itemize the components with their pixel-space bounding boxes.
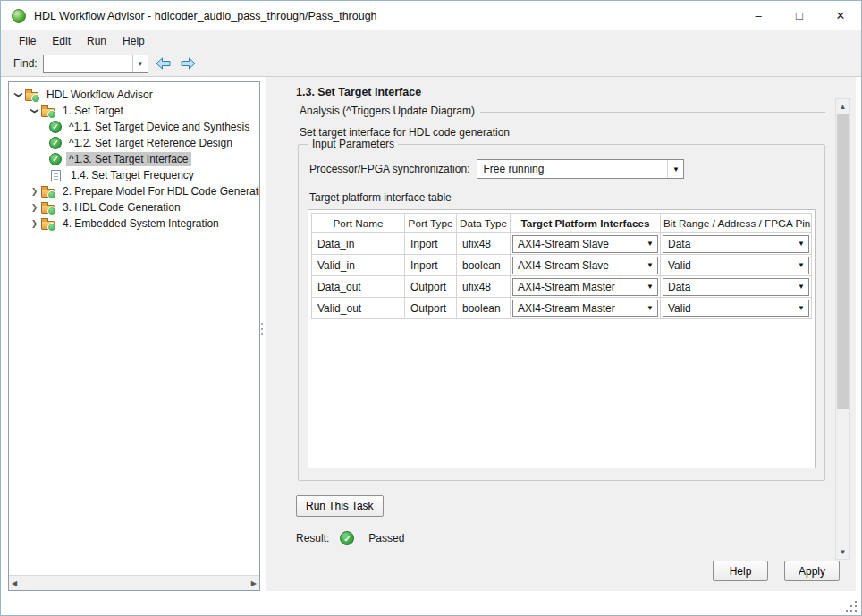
result-label: Result: <box>296 532 329 544</box>
col-data-type: Data Type <box>457 214 511 233</box>
dropdown-arrow-icon[interactable]: ▼ <box>643 261 657 269</box>
interface-dropdown[interactable]: AXI4-Stream Slave▼ <box>512 257 658 274</box>
col-port-name: Port Name <box>312 214 405 233</box>
mapping-dropdown[interactable]: Data▼ <box>663 278 809 296</box>
apply-button[interactable]: Apply <box>784 561 840 581</box>
dropdown-arrow-icon[interactable]: ▼ <box>794 261 808 269</box>
window-title: HDL Workflow Advisor - hdlcoder_audio_pa… <box>34 10 377 22</box>
panel-splitter-handle[interactable] <box>261 323 263 335</box>
col-target-platform-interfaces: Target Platform Interfaces <box>511 214 661 233</box>
table-row: Data_out Outport ufix48 AXI4-Stream Mast… <box>312 276 812 298</box>
port-name-cell: Data_in <box>312 233 405 255</box>
window-controls: – □ ✕ <box>738 1 861 30</box>
result-row: Result: ✓ Passed <box>296 531 404 545</box>
expander-icon[interactable]: ❯ <box>29 219 40 228</box>
mapping-dropdown[interactable]: Data▼ <box>663 235 809 253</box>
dropdown-arrow-icon[interactable]: ▼ <box>667 160 683 178</box>
window-resize-grip[interactable] <box>844 599 857 612</box>
forward-arrow-icon <box>181 57 196 70</box>
analysis-group-label: Analysis (^Triggers Update Diagram) <box>300 105 475 117</box>
tree-item-set-target-interface[interactable]: ✓ ^1.3. Set Target Interface <box>9 151 259 167</box>
find-combobox[interactable]: ▾ <box>43 55 148 73</box>
dropdown-arrow-icon[interactable]: ▼ <box>643 240 657 248</box>
expander-icon[interactable]: ❯ <box>29 187 40 196</box>
tree-item-set-target-frequency[interactable]: 1.4. Set Target Frequency <box>9 167 259 183</box>
passed-check-icon: ✓ <box>49 153 62 165</box>
interface-table-viewport: Port Name Port Type Data Type Target Pla… <box>308 209 816 468</box>
table-header-row: Port Name Port Type Data Type Target Pla… <box>312 214 812 233</box>
sync-row: Processor/FPGA synchronization: Free run… <box>309 159 816 179</box>
help-button[interactable]: Help <box>713 561 768 581</box>
mapping-value: Valid <box>663 302 794 315</box>
close-button[interactable]: ✕ <box>820 1 861 30</box>
scroll-left-icon[interactable]: ◀ <box>12 579 17 587</box>
interface-dropdown[interactable]: AXI4-Stream Slave▼ <box>512 235 658 253</box>
find-previous-button[interactable] <box>154 54 173 73</box>
port-type-cell: Outport <box>405 276 457 298</box>
find-dropdown-arrow-icon[interactable]: ▾ <box>132 55 148 72</box>
find-input[interactable] <box>44 55 132 72</box>
mapping-value: Data <box>663 281 794 293</box>
mapping-value: Valid <box>663 259 794 272</box>
data-type-cell: ufix48 <box>457 276 511 298</box>
data-type-cell: boolean <box>457 255 511 276</box>
tree-item-prepare-model[interactable]: ❯ 2. Prepare Model For HDL Code Generati… <box>9 183 259 199</box>
interface-dropdown[interactable]: AXI4-Stream Master▼ <box>512 300 658 317</box>
scrollbar-thumb[interactable] <box>837 114 849 409</box>
scroll-up-icon[interactable]: ▲ <box>836 99 849 114</box>
tree-item-embedded-system-integration[interactable]: ❯ 4. Embedded System Integration <box>9 215 259 232</box>
dropdown-arrow-icon[interactable]: ▼ <box>643 283 657 291</box>
menu-help[interactable]: Help <box>114 35 153 47</box>
run-this-task-button[interactable]: Run This Task <box>296 495 384 517</box>
target-platform-interface-table: Port Name Port Type Data Type Target Pla… <box>311 213 812 319</box>
minimize-button[interactable]: – <box>738 1 779 30</box>
workflow-tree: ❯ HDL Workflow Advisor ❯ 1. Set Target ✓… <box>9 82 259 232</box>
tree-item-set-target-device[interactable]: ✓ ^1.1. Set Target Device and Synthesis <box>9 119 259 135</box>
find-next-button[interactable] <box>179 54 199 73</box>
group-rule <box>480 112 825 113</box>
workflow-folder-icon <box>41 189 55 198</box>
menu-file[interactable]: File <box>11 35 44 47</box>
dropdown-arrow-icon[interactable]: ▼ <box>794 304 808 312</box>
interface-value: AXI4-Stream Slave <box>513 259 643 272</box>
tree-item-hdl-workflow-advisor[interactable]: ❯ HDL Workflow Advisor <box>9 87 259 103</box>
footer-buttons: Help Apply <box>713 561 840 581</box>
main-area: ❯ HDL Workflow Advisor ❯ 1. Set Target ✓… <box>1 77 861 615</box>
dropdown-arrow-icon[interactable]: ▼ <box>794 283 808 291</box>
tree-item-set-target[interactable]: ❯ 1. Set Target <box>9 103 259 119</box>
menu-run[interactable]: Run <box>79 35 114 47</box>
maximize-button[interactable]: □ <box>779 1 820 30</box>
menu-edit[interactable]: Edit <box>44 35 79 47</box>
tree-item-label: 3. HDL Code Generation <box>60 200 183 215</box>
mapping-dropdown[interactable]: Valid▼ <box>663 257 809 274</box>
interface-dropdown[interactable]: AXI4-Stream Master▼ <box>512 278 658 296</box>
tree-item-set-target-reference-design[interactable]: ✓ ^1.2. Set Target Reference Design <box>9 135 259 151</box>
sync-dropdown-value: Free running <box>477 163 667 175</box>
tree-item-hdl-code-generation[interactable]: ❯ 3. HDL Code Generation <box>9 199 259 215</box>
tree-item-label: ^1.2. Set Target Reference Design <box>66 136 235 150</box>
scroll-right-icon[interactable]: ▶ <box>251 579 257 587</box>
analysis-group-header: Analysis (^Triggers Update Diagram) <box>300 105 825 117</box>
tree-item-label: ^1.1. Set Target Device and Synthesis <box>66 120 252 134</box>
content-vertical-scrollbar[interactable]: ▲ ▼ <box>835 98 850 560</box>
task-description: Set target interface for HDL code genera… <box>300 126 510 139</box>
interface-value: AXI4-Stream Master <box>513 302 643 315</box>
expander-icon[interactable]: ❯ <box>30 105 39 117</box>
find-label: Find: <box>13 57 38 70</box>
dropdown-arrow-icon[interactable]: ▼ <box>643 304 657 312</box>
expander-icon[interactable]: ❯ <box>29 203 40 212</box>
mapping-dropdown[interactable]: Valid▼ <box>663 300 809 317</box>
scroll-down-icon[interactable]: ▼ <box>836 544 849 559</box>
passed-check-icon: ✓ <box>49 121 62 133</box>
col-port-type: Port Type <box>405 214 457 233</box>
back-arrow-icon <box>156 57 171 70</box>
dropdown-arrow-icon[interactable]: ▼ <box>794 240 808 248</box>
table-row: Valid_in Inport boolean AXI4-Stream Slav… <box>312 255 812 276</box>
data-type-cell: boolean <box>457 298 511 319</box>
sync-dropdown[interactable]: Free running ▼ <box>477 159 684 179</box>
tree-horizontal-scrollbar[interactable]: ◀ ▶ <box>9 575 259 590</box>
interface-table-label: Target platform interface table <box>309 191 816 204</box>
tree-item-label: ^1.3. Set Target Interface <box>66 152 191 166</box>
passed-check-icon: ✓ <box>49 137 62 149</box>
expander-icon[interactable]: ❯ <box>14 89 23 101</box>
